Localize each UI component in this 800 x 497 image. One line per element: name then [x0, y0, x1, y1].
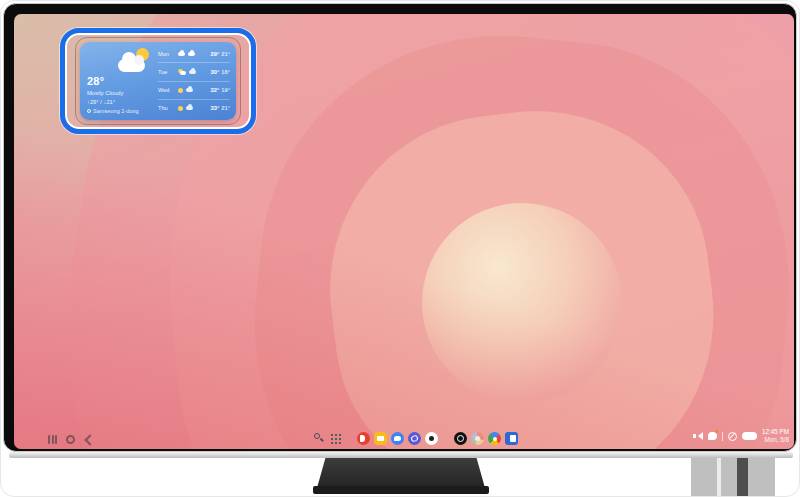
battery-pill-icon[interactable]	[742, 432, 757, 440]
app-dock	[313, 432, 518, 445]
accessory-bar	[737, 458, 748, 497]
forecast-low: 19°	[221, 87, 230, 93]
taskbar: 12:45 PM Mon, 5/8	[14, 429, 794, 447]
tv-frame: 28° Mostly Cloudy ↑29° / ↓21° Samseong 2…	[3, 3, 797, 452]
tv-stand-base	[313, 486, 489, 494]
tv-bottom-edge	[9, 452, 793, 458]
forecast-high: 30°	[210, 69, 219, 75]
sunny-cloudy-night-icon	[178, 106, 204, 111]
accessory-seam	[717, 458, 721, 497]
weather-widget[interactable]: 28° Mostly Cloudy ↑29° / ↓21° Samseong 2…	[80, 42, 236, 120]
home-button[interactable]	[66, 435, 75, 444]
status-tray: 12:45 PM Mon, 5/8	[693, 428, 789, 444]
forecast-high: 32°	[210, 87, 219, 93]
clock[interactable]: 12:45 PM Mon, 5/8	[762, 428, 789, 444]
forecast-high: 33°	[210, 105, 219, 111]
back-button[interactable]	[84, 434, 95, 445]
forecast-day: Mon	[158, 51, 178, 57]
tv-stand	[317, 458, 485, 488]
forecast-row: Tue 30°18°	[158, 63, 230, 81]
forecast-list: Mon 29°21° Tue 30°18° Wed 32°19°	[158, 45, 230, 117]
word-icon[interactable]	[505, 432, 518, 445]
messages-icon[interactable]	[391, 432, 404, 445]
forecast-row: Wed 32°19°	[158, 82, 230, 100]
forecast-day: Tue	[158, 69, 178, 75]
chat-bubble-icon[interactable]	[708, 432, 717, 440]
high-low-temperature: ↑29° / ↓21°	[87, 99, 115, 105]
partly-cloudy-icon	[116, 47, 152, 73]
google-photos-icon[interactable]	[488, 432, 501, 445]
chrome-icon[interactable]	[471, 432, 484, 445]
forecast-low: 21°	[221, 51, 230, 57]
cloudy-cloudy-icon	[178, 52, 204, 56]
forecast-row: Thu 33°21°	[158, 100, 230, 117]
tv-screen: 28° Mostly Cloudy ↑29° / ↓21° Samseong 2…	[14, 14, 794, 449]
location-label: Samseong 2-dong	[93, 108, 139, 114]
do-not-disturb-icon[interactable]	[728, 432, 737, 441]
forecast-low: 21°	[221, 105, 230, 111]
forecast-day: Thu	[158, 105, 178, 111]
forecast-high: 29°	[210, 51, 219, 57]
weather-condition: Mostly Cloudy	[87, 90, 123, 96]
camera-icon[interactable]	[425, 432, 438, 445]
sunny-cloudy-night-icon	[178, 88, 204, 93]
time-label: 12:45 PM	[762, 428, 789, 436]
navigation-buttons	[48, 435, 94, 444]
apps-grid-icon[interactable]	[330, 433, 341, 444]
side-accessory	[691, 458, 775, 497]
forecast-row: Mon 29°21°	[158, 45, 230, 63]
weather-location: Samseong 2-dong	[87, 108, 139, 114]
volume-icon[interactable]	[693, 431, 703, 441]
search-icon[interactable]	[313, 432, 326, 445]
divider	[722, 432, 723, 441]
forecast-low: 18°	[221, 69, 230, 75]
page: 28° Mostly Cloudy ↑29° / ↓21° Samseong 2…	[0, 0, 800, 497]
camera-shutter-icon[interactable]	[454, 432, 467, 445]
forecast-day: Wed	[158, 87, 178, 93]
location-pin-icon	[87, 109, 91, 113]
recents-button[interactable]	[48, 435, 57, 444]
my-files-icon[interactable]	[374, 432, 387, 445]
date-label: Mon, 5/8	[762, 436, 789, 444]
partly-sunny-cloudy-icon	[178, 69, 204, 75]
samsung-internet-icon[interactable]	[408, 432, 421, 445]
samsung-free-icon[interactable]	[357, 432, 370, 445]
current-temperature: 28°	[87, 75, 104, 87]
